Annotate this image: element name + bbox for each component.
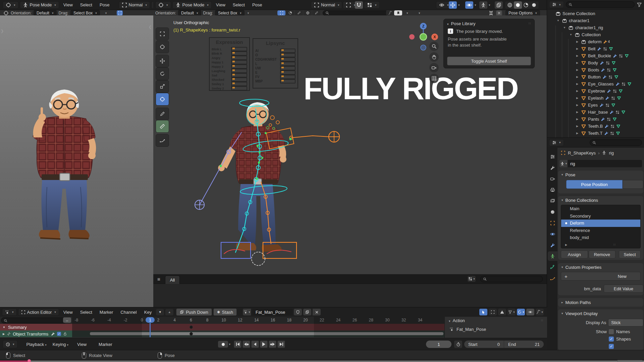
fake-user-button[interactable] bbox=[294, 309, 302, 315]
menu-channel[interactable]: Channel bbox=[117, 310, 140, 315]
shapes-checkbox[interactable]: ✓ bbox=[609, 337, 614, 342]
slider-knob[interactable] bbox=[281, 58, 284, 60]
shapekey-slider[interactable] bbox=[280, 70, 296, 75]
outliner-row-deform[interactable]: ▶deform4 bbox=[547, 38, 644, 45]
end-frame-field[interactable]: End21 bbox=[504, 341, 544, 348]
xray-dropdown[interactable]: ▾ bbox=[489, 3, 490, 7]
shapekey-row-o[interactable]: O bbox=[253, 53, 298, 57]
shapekey-slider[interactable] bbox=[231, 86, 247, 90]
play-button[interactable] bbox=[260, 341, 268, 348]
shapekey-row-mbp[interactable]: MBP bbox=[253, 79, 298, 83]
use-preview-range-toggle[interactable] bbox=[454, 341, 462, 348]
expand-arrow[interactable]: ▶ bbox=[575, 40, 579, 43]
shapekey-row-fv[interactable]: FV bbox=[253, 75, 298, 79]
shapekey-slider[interactable] bbox=[280, 49, 296, 53]
properties-tab-wrench-8[interactable] bbox=[548, 240, 557, 250]
properties-tab-person-9[interactable] bbox=[548, 251, 557, 261]
outliner-row-belt[interactable]: ▶Belt bbox=[547, 45, 644, 52]
menu-select[interactable]: Select bbox=[230, 2, 248, 7]
menu-pose[interactable]: Pose bbox=[249, 2, 265, 7]
shapekey-row-ai[interactable]: AI bbox=[253, 49, 298, 53]
tool-measure[interactable] bbox=[156, 120, 169, 133]
bone-collection-row-deform[interactable]: Deform bbox=[561, 220, 640, 227]
select-tool-active-icon[interactable] bbox=[117, 10, 123, 15]
shapekey-slider[interactable] bbox=[280, 62, 296, 66]
drag-value-dropdown[interactable]: Select Box▾ bbox=[215, 10, 245, 16]
shading-wireframe-button[interactable] bbox=[506, 1, 514, 9]
current-frame-pill[interactable]: 1 bbox=[146, 317, 155, 323]
shapekey-slider[interactable] bbox=[231, 56, 247, 60]
outliner-filter-icon[interactable] bbox=[637, 2, 642, 7]
name-field[interactable]: rig bbox=[568, 160, 642, 167]
mode-dropdown[interactable]: Pose Mode▾ bbox=[172, 1, 212, 9]
motion-paths-title[interactable]: Motion Paths bbox=[566, 300, 591, 305]
outliner-row-eyes[interactable]: ▶Eyes bbox=[547, 102, 644, 109]
slider-knob[interactable] bbox=[232, 56, 235, 58]
next-keyframe-button[interactable] bbox=[269, 341, 276, 348]
filter-cursor-toggle[interactable] bbox=[479, 309, 487, 315]
drag-extra-dropdown[interactable]: ▾ bbox=[248, 11, 249, 15]
outliner-row-eye_glasses[interactable]: ▶Eye_Glasses bbox=[547, 80, 644, 87]
properties-tab-wrench-1[interactable] bbox=[548, 163, 557, 172]
properties-search-input[interactable] bbox=[590, 139, 642, 146]
properties-tab-orbit-7[interactable] bbox=[548, 229, 557, 239]
auto-keying-toggle[interactable] bbox=[218, 341, 228, 348]
shapekey-row-sad[interactable]: Sad bbox=[210, 73, 249, 77]
breadcrumb-data[interactable]: rig bbox=[609, 150, 613, 156]
bone-collection-row-main[interactable]: Main bbox=[561, 205, 640, 213]
shapekey-slider[interactable] bbox=[231, 77, 247, 82]
summary-channel-row[interactable]: ▼ Summary bbox=[0, 324, 75, 330]
outliner-row-eyelash[interactable]: ▶Eyelash bbox=[547, 95, 644, 102]
mode-dropdown[interactable]: Pose Mode▾ bbox=[20, 1, 59, 9]
expand-arrow[interactable]: ▶ bbox=[575, 54, 579, 57]
editor-type-button[interactable]: ▾ bbox=[155, 1, 171, 9]
shapekey-slider[interactable] bbox=[280, 66, 296, 70]
properties-tab-camera-2[interactable] bbox=[548, 174, 557, 183]
menu-select[interactable]: Select bbox=[77, 310, 95, 315]
breadcrumb-object[interactable]: R_ShapeKeys bbox=[568, 150, 596, 156]
outliner-row-collection[interactable]: ▼Collection bbox=[547, 31, 644, 38]
extra-dropdown-1[interactable]: ▾ bbox=[407, 11, 408, 15]
tool-rotate[interactable] bbox=[156, 67, 169, 80]
shapekey-row-l[interactable]: L bbox=[253, 62, 298, 66]
shelf-menu-icon[interactable]: ≡ bbox=[157, 276, 160, 282]
slider-knob[interactable] bbox=[232, 69, 235, 71]
shapekey-row-shocked[interactable]: Shocked bbox=[210, 77, 249, 82]
bone-collection-row-secondary[interactable]: Secondary bbox=[561, 213, 640, 220]
tool-scale[interactable] bbox=[156, 80, 169, 93]
tool-annotate[interactable] bbox=[156, 108, 169, 120]
tool-brush[interactable] bbox=[312, 10, 320, 15]
menu-pose[interactable]: Pose bbox=[97, 2, 113, 7]
shapekey-slider[interactable] bbox=[231, 82, 247, 86]
tool-globe[interactable] bbox=[304, 10, 312, 15]
viewport-display-title[interactable]: Viewport Display bbox=[566, 311, 598, 316]
pose-library-header[interactable]: ▾Pose Library bbox=[447, 21, 476, 26]
custom-properties-title[interactable]: Custom Properties bbox=[566, 265, 602, 270]
tool-curve[interactable] bbox=[156, 134, 169, 147]
slider-knob[interactable] bbox=[232, 74, 235, 75]
bone-collections-title[interactable]: Bone Collections bbox=[566, 198, 598, 203]
properties-editor-type-button[interactable]: ▾ bbox=[549, 139, 564, 146]
channel-enable-checkbox[interactable]: ✓ bbox=[57, 332, 61, 336]
outliner-row-teeth.t[interactable]: ▶Teeth.T bbox=[547, 130, 644, 137]
edit-value-button[interactable]: Edit Value bbox=[604, 285, 643, 293]
shapekey-slider[interactable] bbox=[231, 60, 247, 64]
outliner-row-boots[interactable]: ▶Boots bbox=[547, 66, 644, 73]
tool-cursor[interactable] bbox=[156, 41, 169, 53]
action-id-icon-dropdown[interactable]: ▾ bbox=[243, 309, 251, 315]
outliner-row-belt_buckle[interactable]: ▶Belt_Buckle bbox=[547, 52, 644, 59]
remove-button[interactable]: Remove bbox=[589, 250, 616, 258]
filter-funnel-dropdown[interactable]: ▾ bbox=[507, 309, 516, 315]
marker-menu[interactable]: Marker bbox=[96, 342, 115, 347]
action-name-field[interactable]: Fat_Man_Pose bbox=[252, 309, 292, 315]
outliner-row-character1[interactable]: ▼character1 bbox=[547, 17, 644, 24]
expand-arrow[interactable]: ▶ bbox=[575, 82, 579, 85]
prev-keyframe-button[interactable] bbox=[243, 341, 250, 348]
modifier-wrench-icon[interactable] bbox=[51, 332, 55, 336]
extra-dropdown-2[interactable]: ▾ bbox=[419, 11, 420, 15]
drag-value-dropdown[interactable]: Select Box▾ bbox=[70, 10, 100, 16]
properties-tab-images-4[interactable] bbox=[548, 196, 557, 205]
editor-type-button[interactable]: ▾ bbox=[3, 1, 18, 9]
properties-tab-curvetool-11[interactable] bbox=[548, 274, 557, 283]
slider-knob[interactable] bbox=[232, 61, 235, 62]
